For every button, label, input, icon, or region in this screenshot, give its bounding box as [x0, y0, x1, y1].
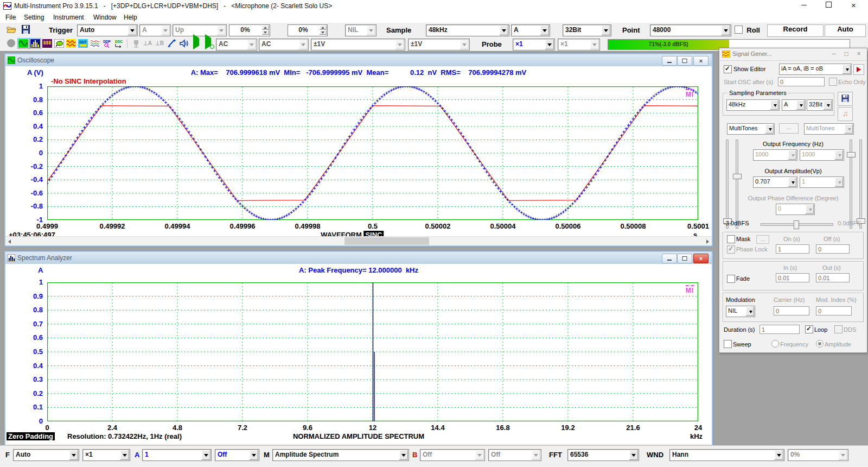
spectrum-3d-plot-icon[interactable] — [53, 38, 65, 49]
oscilloscope-restore-button[interactable] — [677, 56, 692, 66]
siggen-maximize-button[interactable]: □ — [840, 50, 852, 59]
range-a-combo[interactable]: ±1V — [311, 39, 405, 51]
spin-up-icon[interactable] — [320, 26, 327, 30]
spin-down-icon[interactable] — [262, 30, 269, 35]
freq-b-slider[interactable] — [850, 140, 852, 229]
waveform-b-combo[interactable]: MultiTones — [804, 123, 854, 135]
oscilloscope-close-button[interactable]: × — [693, 56, 709, 66]
trigger-mode-combo[interactable]: Auto — [77, 24, 138, 36]
probe-a-combo[interactable]: ×1 — [513, 39, 555, 51]
amp-a-slider[interactable] — [736, 140, 738, 229]
phase-lock-checkbox[interactable] — [727, 245, 735, 254]
spectrum-titlebar[interactable]: Spectrum Analyzer × — [5, 252, 712, 264]
mod-index-input[interactable] — [816, 306, 852, 315]
mask-on-input[interactable] — [776, 244, 809, 254]
close-button[interactable]: × — [841, 0, 866, 12]
view-mode-combo[interactable]: Amplitude Spectrum — [272, 449, 409, 461]
auto-scale-button[interactable]: Auto — [825, 24, 866, 37]
scroll-right-icon[interactable] — [703, 237, 712, 245]
signal-generator-titlebar[interactable]: Signal Gener... – □ × — [719, 48, 867, 61]
probe-b-combo[interactable]: ×1 — [558, 39, 600, 51]
spin-up-icon[interactable] — [262, 26, 269, 30]
freq-b-combo[interactable]: 1000 — [800, 149, 844, 161]
overlap-combo[interactable]: 0% — [788, 449, 848, 461]
sampling-rate-combo[interactable]: 48kHz — [426, 24, 509, 36]
amp-a-combo[interactable]: 0.707 — [753, 176, 797, 188]
trigger-hpf-combo[interactable]: NIL — [345, 24, 376, 36]
roll-checkbox[interactable] — [735, 26, 743, 34]
device-test-plan-icon[interactable]: DUT — [77, 38, 89, 49]
fft-size-combo[interactable]: 65536 — [567, 449, 639, 461]
trigger-delay-spinner[interactable]: 0% — [288, 24, 328, 36]
scrollbar-thumb[interactable] — [344, 237, 429, 245]
slider-handle[interactable] — [733, 174, 742, 179]
freq-mult-combo[interactable]: ×1 — [82, 449, 130, 461]
sweep-checkbox[interactable] — [724, 340, 732, 348]
dds-checkbox[interactable] — [834, 325, 843, 333]
trigger-source-combo[interactable]: A — [139, 24, 171, 36]
minimize-button[interactable] — [792, 0, 816, 12]
spectrum-analyzer-icon[interactable] — [29, 38, 41, 49]
trigger-edge-combo[interactable]: Up — [173, 24, 227, 36]
signal-generator-icon[interactable] — [65, 38, 77, 49]
phase-combo[interactable]: 0 — [776, 204, 815, 215]
waveform-a-combo[interactable]: MultiTones — [727, 123, 775, 135]
open-file-icon[interactable] — [7, 26, 16, 34]
oscilloscope-minimize-button[interactable] — [662, 56, 677, 66]
sweep-amplitude-radio[interactable] — [816, 340, 824, 348]
mask-editor-button[interactable]: ... — [756, 235, 769, 244]
echo-only-checkbox[interactable] — [829, 78, 837, 86]
duration-input[interactable] — [760, 325, 800, 334]
bit-depth-combo[interactable]: 32Bit — [563, 24, 611, 36]
amp-b-combo[interactable]: 1 — [800, 176, 844, 188]
trigger-level-spinner[interactable]: 0% — [229, 24, 270, 36]
range-b-combo[interactable]: ±1V — [408, 39, 470, 51]
zero-padding-tag[interactable]: Zero Padding — [7, 432, 55, 440]
multimeter-icon[interactable]: 888 — [41, 38, 53, 49]
siggen-close-button[interactable]: × — [853, 50, 865, 59]
coupling-a-combo[interactable]: AC — [216, 39, 257, 51]
gen-channel-combo[interactable]: A — [782, 99, 806, 111]
mask-checkbox[interactable] — [727, 235, 735, 243]
a-ref-combo[interactable]: Off — [215, 449, 259, 461]
fade-out-input[interactable] — [816, 273, 850, 282]
gen-save-button[interactable] — [838, 92, 853, 106]
window-function-combo[interactable]: Hann — [669, 449, 784, 461]
gen-bits-combo[interactable]: 32Bit — [807, 99, 833, 111]
freq-a-slider[interactable] — [726, 140, 729, 229]
slider-handle[interactable] — [794, 220, 799, 229]
maximize-button[interactable] — [816, 0, 841, 12]
gen-music-button[interactable]: ♫ — [838, 107, 853, 121]
routing-combo[interactable]: iA = oA, iB = oB — [779, 64, 852, 75]
menu-setting[interactable]: Setting — [21, 13, 47, 22]
menu-help[interactable]: Help — [120, 13, 141, 22]
menu-instrument[interactable]: Instrument — [50, 13, 87, 22]
menu-file[interactable]: File — [2, 13, 19, 22]
spectrum-close-button[interactable]: × — [693, 254, 709, 263]
show-editor-checkbox[interactable] — [724, 65, 732, 73]
dbfs-slider[interactable] — [761, 223, 833, 226]
run-icon[interactable] — [191, 38, 203, 49]
amp-b-slider[interactable] — [859, 140, 862, 229]
oscilloscope-icon[interactable] — [17, 38, 29, 49]
start-osc-input[interactable] — [778, 77, 825, 86]
fade-in-input[interactable] — [776, 273, 809, 282]
run-with-output-icon[interactable] — [203, 38, 215, 49]
spin-down-icon[interactable] — [320, 30, 327, 35]
ddp-viewer-icon[interactable]: DDP — [101, 38, 113, 49]
spectrum-plot[interactable]: MI — [47, 282, 698, 421]
spectrum-restore-button[interactable] — [677, 254, 692, 263]
sweep-frequency-radio[interactable] — [771, 340, 779, 348]
generator-run-button[interactable] — [853, 64, 864, 75]
waveform-editor-button[interactable]: ... — [779, 123, 799, 134]
b-scale-combo[interactable]: Off — [420, 449, 485, 461]
siggen-minimize-button[interactable]: – — [828, 50, 840, 59]
sampling-channel-combo[interactable]: A — [511, 24, 550, 36]
b-ref-combo[interactable]: Off — [488, 449, 541, 461]
record-length-combo[interactable]: 48000 — [650, 24, 731, 36]
a-scale-combo[interactable]: 1 — [142, 449, 212, 461]
oscilloscope-h-scrollbar[interactable] — [5, 236, 712, 245]
mask-off-input[interactable] — [816, 244, 850, 254]
menu-window[interactable]: Window — [90, 13, 120, 22]
loop-checkbox[interactable] — [805, 325, 813, 333]
